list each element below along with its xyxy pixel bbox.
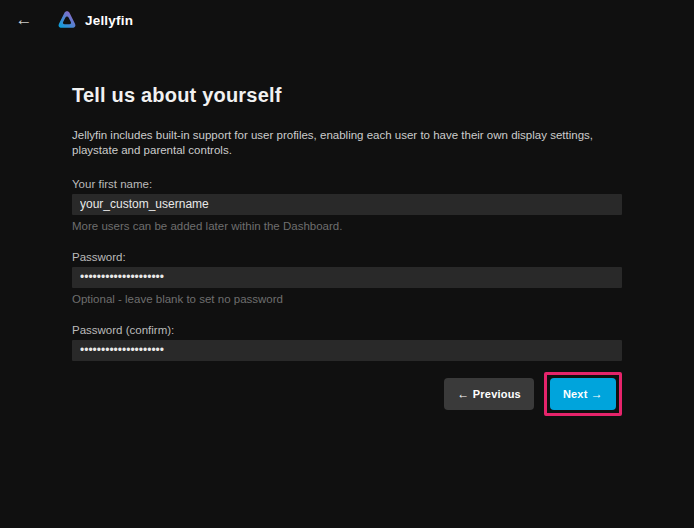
top-bar: ← Jellyfin [0,0,694,40]
app-title: Jellyfin [85,13,133,28]
username-input[interactable] [72,194,622,215]
arrow-left-icon: ← [457,387,469,401]
page-description: Jellyfin includes built-in support for u… [72,128,622,158]
jellyfin-logo: Jellyfin [56,9,133,31]
setup-form: Tell us about yourself Jellyfin includes… [0,84,694,416]
arrow-right-icon: → [591,387,603,401]
back-button[interactable]: ← [10,6,38,34]
username-help: More users can be added later within the… [72,220,622,232]
username-label: Your first name: [72,178,622,190]
password-label: Password: [72,251,622,263]
jellyfin-icon [56,9,78,31]
page-title: Tell us about yourself [72,84,622,107]
previous-button-label: Previous [473,388,521,400]
password-input[interactable] [72,267,622,288]
password-confirm-field-group: Password (confirm): [72,324,622,361]
next-button[interactable]: Next → [550,378,616,410]
next-button-label: Next [563,388,588,400]
next-button-highlight: Next → [544,372,622,416]
password-confirm-input[interactable] [72,340,622,361]
password-field-group: Password: Optional - leave blank to set … [72,251,622,305]
previous-button[interactable]: ← Previous [444,378,534,410]
password-confirm-label: Password (confirm): [72,324,622,336]
password-help: Optional - leave blank to set no passwor… [72,293,622,305]
arrow-left-icon: ← [16,10,33,29]
wizard-button-row: ← Previous Next → [72,372,622,416]
username-field-group: Your first name: More users can be added… [72,178,622,232]
